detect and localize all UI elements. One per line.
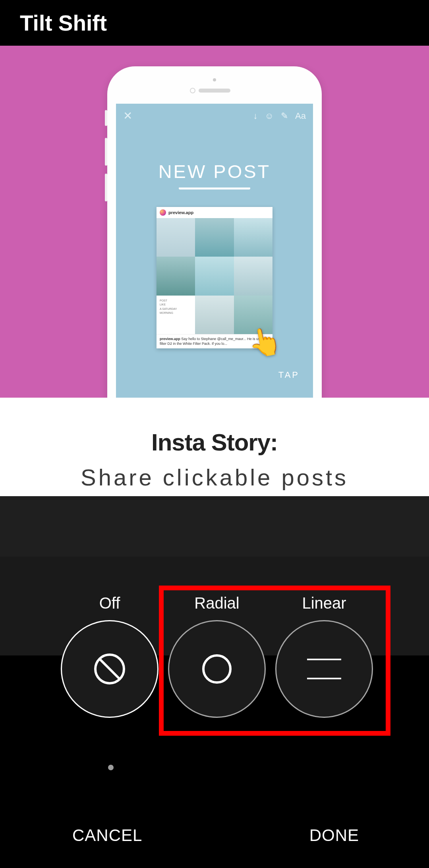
phone-side-button [105,174,107,201]
close-icon: ✕ [123,109,132,122]
grid-cell [195,218,234,257]
text-icon: Aa [295,111,306,121]
page-indicator-dot [108,765,114,770]
cancel-button[interactable]: CANCEL [72,826,142,845]
card-username: preview.app [168,210,193,215]
download-icon: ↓ [253,111,258,121]
option-label: Linear [302,594,346,612]
option-off[interactable]: Off [58,594,161,718]
phone-side-button [105,110,107,126]
tap-label: TAP [278,370,300,380]
header: Tilt Shift [0,0,429,46]
preview-background: ✕ ↓ ☺ ✎ Aa NEW POST preview.app [0,46,429,398]
grid-cell [157,218,195,257]
phone-screen: ✕ ↓ ☺ ✎ Aa NEW POST preview.app [116,104,313,406]
grid-cell [234,257,272,295]
phone-speaker [199,89,230,93]
footer: CANCEL DONE [0,802,429,868]
avatar-icon [160,209,166,216]
option-radial[interactable]: Radial [165,594,269,718]
grid-cell [195,296,234,334]
headline-underline [179,187,250,189]
tilt-shift-options: Off Radial Linear [0,594,429,718]
sticker-icon: ☺ [265,111,274,121]
option-label: Off [99,594,120,612]
page-title: Tilt Shift [20,10,107,36]
pen-icon: ✎ [281,111,288,121]
pointing-hand-icon: 👆 [245,323,284,361]
card-header: preview.app [157,207,272,218]
photo-grid: POST LIKE A SATURDAY MORNING [157,218,272,334]
caption-subtitle: Share clickable posts [0,464,429,491]
radial-icon [168,620,266,718]
story-headline: NEW POST [116,160,313,182]
option-label: Radial [194,594,239,612]
story-tool-icons: ↓ ☺ ✎ Aa [253,111,306,121]
image-preview[interactable]: ✕ ↓ ☺ ✎ Aa NEW POST preview.app [0,46,429,655]
phone-camera-dot [213,78,216,81]
linear-icon [275,620,373,718]
grid-cell [195,257,234,295]
story-topbar: ✕ ↓ ☺ ✎ Aa [116,104,313,122]
grid-cell [157,257,195,295]
caption-title: Insta Story: [0,429,429,456]
phone-side-button [105,138,107,166]
off-icon [61,620,158,718]
option-linear[interactable]: Linear [272,594,376,718]
phone-home-dot [190,88,195,93]
grid-cell-text: POST LIKE A SATURDAY MORNING [157,296,195,334]
done-button[interactable]: DONE [309,826,359,845]
grid-cell [234,218,272,257]
